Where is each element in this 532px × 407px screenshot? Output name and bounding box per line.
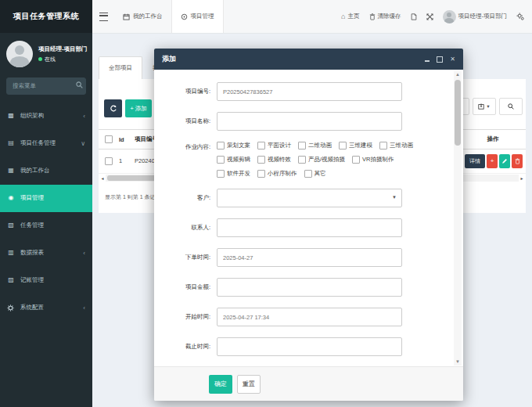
form-row-work-content: 作业内容: 策划文案 平面设计 二维动画 三维建模 三维动画 视频剪辑 视频特效… [165, 142, 454, 178]
minimize-button[interactable] [425, 56, 430, 63]
online-dot [38, 57, 42, 61]
sidebar-menu: ▩ 组织架构 ‹ ▤ 项目任务管理 ∨ ▦ 我的工作台 ◉ 项目管理 ▧ 任务管… [0, 103, 92, 322]
circle-icon [181, 13, 188, 20]
checkbox[interactable] [217, 142, 225, 149]
work-option[interactable]: 二维动画 [298, 142, 332, 149]
sidebar-item-reports[interactable]: ▥ 数据报表 ‹ [0, 240, 92, 267]
project-code-input[interactable] [217, 82, 402, 101]
edit-button[interactable] [499, 154, 510, 168]
checkbox[interactable] [298, 142, 306, 149]
dialog-scrollbar[interactable]: ▲ ▼ [454, 71, 462, 366]
maximize-button[interactable] [437, 56, 443, 63]
refresh-button[interactable] [104, 99, 122, 117]
search-toggle-button[interactable] [499, 98, 523, 115]
checkbox[interactable] [257, 170, 265, 178]
scroll-up-arrow[interactable]: ▲ [454, 71, 462, 78]
work-option[interactable]: 小程序制作 [257, 170, 297, 178]
form-row-code: 项目编号: [165, 82, 454, 101]
work-option[interactable]: 软件开发 [217, 170, 250, 178]
app-title: 项目任务管理系统 [13, 11, 79, 22]
sidebar-item-label: 组织架构 [20, 112, 44, 120]
sidebar-item-project-mgmt[interactable]: ◉ 项目管理 [0, 185, 92, 212]
select-all-checkbox[interactable] [105, 135, 113, 143]
checkbox[interactable] [257, 142, 265, 149]
work-option[interactable]: 平面设计 [257, 142, 291, 149]
sidebar-item-workbench[interactable]: ▦ 我的工作台 [0, 157, 92, 185]
work-option[interactable]: 产品/视频拍摄 [298, 156, 345, 164]
work-option[interactable]: 策划文案 [217, 142, 250, 149]
sidebar-search [6, 77, 86, 95]
detail-button[interactable]: 详情 [465, 154, 485, 168]
search-icon[interactable] [76, 81, 83, 88]
sidebar-user-panel: 项目经理-项目部门 在线 [0, 33, 92, 72]
sidebar-item-accounting[interactable]: ▨ 记账管理 [0, 267, 92, 294]
work-option[interactable]: 视频特效 [257, 156, 291, 164]
work-option[interactable]: 其它 [304, 170, 326, 178]
sidebar-item-task-mgmt[interactable]: ▧ 任务管理 [0, 212, 92, 240]
reset-button[interactable]: 重置 [237, 375, 261, 394]
topbar-right: ⌂ 主页 清除缓存 项目经理-项目部门 [341, 10, 532, 23]
work-option[interactable]: 视频剪辑 [217, 156, 250, 164]
sidebar-item-organization[interactable]: ▩ 组织架构 ‹ [0, 103, 92, 130]
tab-workbench[interactable]: 我的工作台 [114, 0, 171, 33]
contact-input[interactable] [217, 218, 402, 237]
tab-project-mgmt[interactable]: 项目管理 [171, 0, 224, 33]
customer-select[interactable] [217, 189, 402, 207]
row-checkbox[interactable] [105, 157, 113, 165]
menu-toggle-button[interactable] [92, 13, 114, 21]
settings-button[interactable] [516, 13, 524, 20]
work-option[interactable]: 三维建模 [339, 142, 372, 149]
scrollbar-thumb[interactable] [455, 80, 461, 146]
app-logo[interactable]: 项目任务管理系统 [0, 0, 92, 33]
add-task-button[interactable]: + [487, 154, 498, 168]
trash-icon [515, 158, 520, 164]
order-time-input[interactable] [217, 248, 402, 267]
home-button[interactable]: ⌂ 主页 [341, 13, 359, 20]
sidebar-item-label: 我的工作台 [20, 167, 50, 175]
clear-cache-button[interactable]: 清除缓存 [369, 13, 401, 20]
form-row-start-time: 开始时间: [165, 308, 454, 326]
checkbox[interactable] [217, 156, 225, 164]
checkbox[interactable] [217, 170, 225, 178]
scroll-left-arrow[interactable]: ◂ [99, 175, 106, 181]
checkbox[interactable] [298, 156, 306, 164]
document-button[interactable] [411, 13, 417, 20]
sidebar-item-project-task-mgmt[interactable]: ▤ 项目任务管理 ∨ [0, 130, 92, 157]
export-icon [478, 103, 484, 110]
add-project-dialog: 添加 ✕ 项目编号: 项目名称: 作业内容: 策划文案 [154, 49, 463, 401]
sidebar-item-label: 数据报表 [20, 249, 44, 257]
sidebar-item-system-config[interactable]: 系统配置 ‹ [0, 294, 92, 322]
checkbox[interactable] [257, 156, 265, 164]
checkbox[interactable] [339, 142, 347, 149]
export-dropdown-button[interactable]: ▼ [473, 98, 496, 115]
fullscreen-button[interactable] [426, 13, 433, 20]
field-label: 作业内容: [165, 142, 217, 151]
add-button[interactable]: +添加 [125, 99, 152, 117]
field-label: 项目编号: [165, 88, 217, 95]
scroll-down-arrow[interactable]: ▼ [454, 358, 462, 366]
app-window: 项目任务管理系统 项目经理-项目部门 在线 ▩ 组织架构 ‹ [0, 0, 532, 407]
dialog-header[interactable]: 添加 ✕ [154, 49, 463, 70]
amount-input[interactable] [217, 278, 402, 297]
checkbox[interactable] [352, 156, 360, 164]
work-option[interactable]: 三维动画 [379, 142, 413, 149]
close-icon[interactable]: ✕ [450, 56, 455, 63]
column-header-id[interactable]: Id [119, 136, 135, 143]
checkbox[interactable] [379, 142, 387, 149]
delete-button[interactable] [512, 154, 523, 168]
dialog-controls: ✕ [425, 56, 455, 63]
project-name-input[interactable] [217, 112, 402, 131]
user-status-label: 在线 [45, 56, 56, 63]
scroll-right-arrow[interactable]: ▸ [519, 175, 525, 181]
search-input[interactable] [6, 77, 86, 95]
dialog-title: 添加 [162, 54, 176, 64]
checkbox[interactable] [304, 170, 312, 178]
column-header-actions: 操作 [460, 135, 526, 143]
start-time-input[interactable] [217, 308, 402, 326]
sidebar: 项目任务管理系统 项目经理-项目部门 在线 ▩ 组织架构 ‹ [0, 0, 92, 407]
end-time-input[interactable] [217, 337, 402, 356]
confirm-button[interactable]: 确定 [209, 375, 232, 394]
user-menu[interactable]: 项目经理-项目部门 [443, 10, 508, 23]
work-option[interactable]: VR拍摄制作 [352, 156, 394, 164]
tab-all-projects[interactable]: 全部项目 [99, 56, 142, 80]
